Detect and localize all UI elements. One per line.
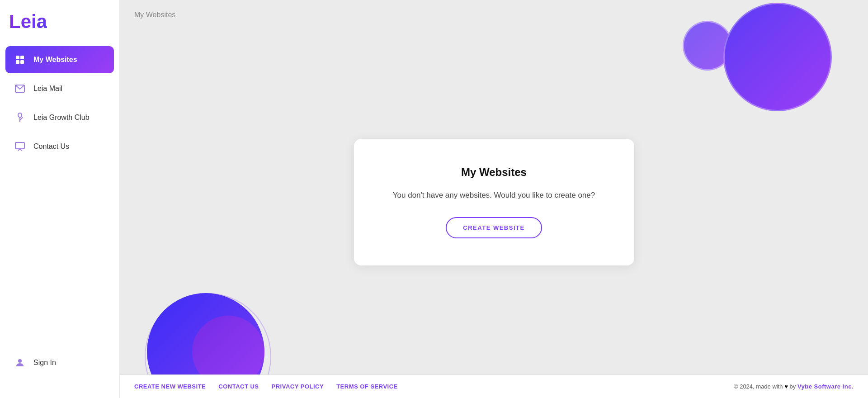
logo-text: Leia — [9, 11, 47, 32]
breadcrumb: My Websites — [134, 11, 175, 19]
sidebar-item-contact-us[interactable]: Contact Us — [5, 133, 114, 160]
sidebar-item-label-leia-growth-club: Leia Growth Club — [33, 114, 90, 122]
card-description: You don't have any websites. Would you l… — [390, 190, 598, 201]
copyright-text: © 2024, made with — [734, 383, 783, 390]
footer-company-link[interactable]: Vybe Software Inc. — [797, 383, 854, 390]
svg-rect-3 — [20, 60, 24, 64]
footer-copyright: © 2024, made with ♥ by Vybe Software Inc… — [734, 383, 854, 390]
plant-icon — [13, 110, 27, 125]
deco-circle-large — [723, 3, 832, 111]
svg-rect-1 — [20, 56, 24, 59]
my-websites-card: My Websites You don't have any websites.… — [354, 139, 634, 266]
sidebar-item-leia-growth-club[interactable]: Leia Growth Club — [5, 104, 114, 131]
footer: CREATE NEW WEBSITE CONTACT US PRIVACY PO… — [120, 374, 868, 398]
svg-rect-5 — [15, 142, 24, 149]
chat-icon — [13, 139, 27, 154]
sidebar-nav: My Websites Leia Mail — [0, 46, 119, 349]
footer-links: CREATE NEW WEBSITE CONTACT US PRIVACY PO… — [134, 383, 398, 390]
sidebar-item-leia-mail[interactable]: Leia Mail — [5, 75, 114, 102]
create-website-button[interactable]: CREATE WEBSITE — [446, 217, 542, 238]
sidebar-bottom: Sign In — [0, 349, 119, 387]
card-title: My Websites — [390, 166, 598, 179]
sidebar-item-label-sign-in: Sign In — [33, 359, 56, 367]
svg-rect-0 — [16, 56, 19, 59]
heart-icon: ♥ — [784, 383, 789, 390]
sidebar-item-label-contact-us: Contact Us — [33, 142, 69, 151]
svg-point-6 — [18, 359, 22, 363]
footer-link-privacy-policy[interactable]: PRIVACY POLICY — [272, 383, 324, 390]
logo: Leia — [0, 11, 119, 46]
footer-link-contact-us[interactable]: CONTACT US — [218, 383, 259, 390]
main-content: My Websites My Websites You don't have a… — [120, 0, 868, 374]
main-body: My Websites You don't have any websites.… — [120, 30, 868, 374]
sidebar-item-sign-in[interactable]: Sign In — [5, 349, 114, 376]
user-icon — [13, 355, 27, 370]
footer-link-create-new-website[interactable]: CREATE NEW WEBSITE — [134, 383, 206, 390]
svg-rect-2 — [16, 60, 19, 64]
sidebar: Leia My Websites — [0, 0, 120, 398]
footer-link-terms-of-service[interactable]: TERMS OF SERVICE — [336, 383, 398, 390]
sidebar-item-my-websites[interactable]: My Websites — [5, 46, 114, 73]
sidebar-item-label-my-websites: My Websites — [33, 56, 77, 64]
sidebar-item-label-leia-mail: Leia Mail — [33, 85, 62, 93]
mail-icon — [13, 81, 27, 96]
grid-icon — [13, 52, 27, 67]
by-text: by — [790, 383, 796, 390]
